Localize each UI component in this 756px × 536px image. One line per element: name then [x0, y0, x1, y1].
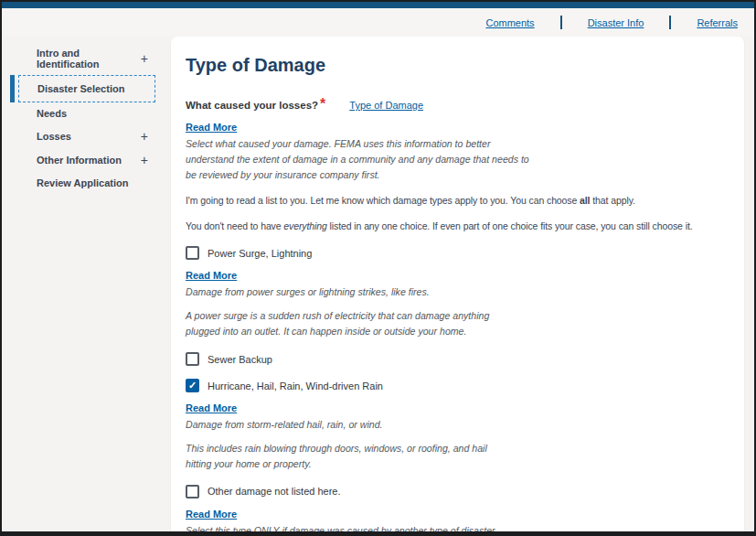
sidebar-item-label: Intro and Identification [37, 48, 141, 70]
sidebar-item-label: Other Information [37, 155, 122, 166]
paragraph-text: that apply. [590, 195, 634, 206]
app-window: Comments Disaster Info Referrals Intro a… [0, 0, 756, 536]
sidebar-nav: Intro and Identification + Disaster Sele… [2, 37, 171, 194]
option-description: Damage from storm-related hail, rain, or… [186, 417, 507, 433]
option-description: Select this type ONLY if damage was caus… [186, 523, 507, 536]
header-link-referrals[interactable]: Referrals [697, 17, 738, 28]
header-link-disaster-info[interactable]: Disaster Info [588, 17, 644, 28]
checkbox-other-damage[interactable]: ✓ [186, 485, 199, 498]
read-more-link[interactable]: Read More [186, 509, 237, 520]
sidebar-item-label: Needs [37, 108, 67, 119]
paragraph-text: listed in any one choice. If even part o… [327, 220, 693, 231]
sidebar-item-label: Losses [37, 131, 71, 142]
read-more-link[interactable]: Read More [186, 402, 237, 413]
sidebar-item-disaster-selection[interactable]: Disaster Selection [18, 75, 155, 102]
checkbox-label: Sewer Backup [208, 354, 272, 365]
checkbox-row[interactable]: ✓ Power Surge, Lightning [186, 246, 729, 260]
damage-option-other: ✓ Other damage not listed here. Read Mor… [186, 485, 729, 536]
header-divider [669, 16, 671, 29]
sidebar-item-review-application[interactable]: Review Application [18, 172, 155, 194]
checkbox-row[interactable]: ✓ Other damage not listed here. [186, 485, 729, 498]
option-details: Read More Damage from power surges or li… [186, 266, 729, 339]
question-label: What caused your losses? [186, 100, 318, 111]
sidebar-item-needs[interactable]: Needs [18, 102, 155, 124]
option-description: Damage from power surges or lightning st… [186, 284, 507, 300]
damage-option-hurricane: ✓ Hurricane, Hail, Rain, Wind-driven Rai… [186, 379, 729, 472]
top-accent-bar [2, 2, 754, 8]
damage-option-sewer-backup: ✓ Sewer Backup [186, 352, 729, 366]
option-description: This includes rain blowing through doors… [186, 441, 507, 472]
main-column: Type of Damage What caused your losses?*… [171, 37, 744, 536]
form-card: Type of Damage What caused your losses?*… [171, 37, 744, 536]
checkbox-label: Hurricane, Hail, Rain, Wind-driven Rain [208, 381, 383, 391]
read-more-link[interactable]: Read More [186, 270, 237, 281]
question-description: Select what caused your damage. FEMA use… [186, 136, 533, 183]
question-row: What caused your losses?* Type of Damage [186, 96, 729, 113]
checkbox-sewer-backup[interactable]: ✓ [186, 352, 199, 366]
sidebar-item-label: Disaster Selection [37, 83, 124, 94]
plus-icon[interactable]: + [141, 154, 148, 166]
option-details: Read More Select this type ONLY if damag… [186, 505, 729, 536]
sidebar-item-label: Review Application [37, 177, 128, 188]
paragraph-bold-text: all [580, 195, 590, 206]
plus-icon[interactable]: + [141, 52, 148, 65]
checkbox-label: Power Surge, Lightning [208, 248, 312, 259]
page-title: Type of Damage [186, 55, 729, 76]
checkbox-power-surge[interactable]: ✓ [186, 246, 199, 260]
header-divider [560, 16, 562, 29]
intro-paragraph-1: I'm going to read a list to you. Let me … [186, 194, 729, 209]
type-of-damage-help-link[interactable]: Type of Damage [349, 100, 423, 111]
option-description: A power surge is a sudden rush of electr… [186, 308, 507, 339]
checkbox-label: Other damage not listed here. [208, 486, 341, 497]
checkbox-hurricane[interactable]: ✓ [186, 379, 199, 392]
damage-option-power-surge: ✓ Power Surge, Lightning Read More Damag… [186, 246, 729, 339]
paragraph-text: You don't need to have [186, 220, 283, 231]
sidebar-item-other-information[interactable]: Other Information + [18, 148, 155, 172]
intro-paragraph-2: You don't need to have everything listed… [186, 220, 729, 234]
checkbox-row[interactable]: ✓ Sewer Backup [186, 352, 729, 366]
check-icon: ✓ [188, 381, 197, 391]
paragraph-text: I'm going to read a list to you. Let me … [186, 195, 580, 206]
option-details: Read More Damage from storm-related hail… [186, 399, 729, 472]
sidebar-item-intro-and-identification[interactable]: Intro and Identification + [18, 42, 155, 75]
plus-icon[interactable]: + [141, 130, 148, 143]
header: Comments Disaster Info Referrals [2, 8, 754, 37]
paragraph-italic-text: everything [283, 220, 326, 231]
required-asterisk: * [320, 96, 325, 112]
header-link-comments[interactable]: Comments [485, 17, 534, 28]
read-more-link[interactable]: Read More [186, 122, 237, 133]
sidebar-item-losses[interactable]: Losses + [18, 124, 155, 148]
body: Intro and Identification + Disaster Sele… [2, 37, 754, 536]
checkbox-row[interactable]: ✓ Hurricane, Hail, Rain, Wind-driven Rai… [186, 379, 729, 392]
